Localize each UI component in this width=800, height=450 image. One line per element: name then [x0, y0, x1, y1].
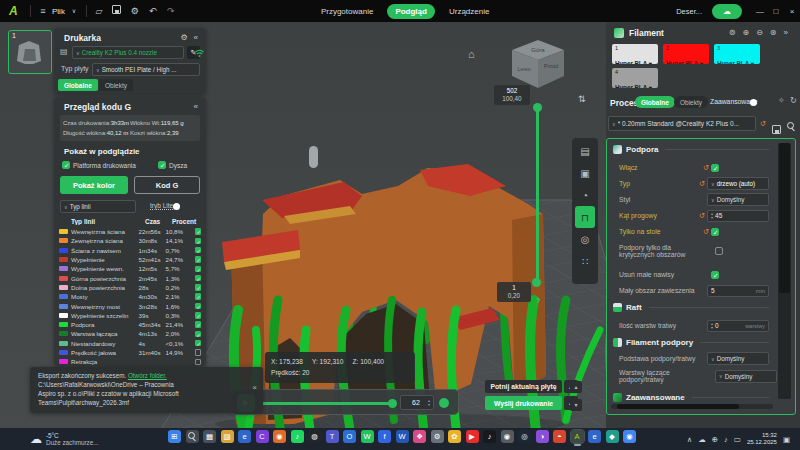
- taskbar-app-icon[interactable]: ▶: [466, 430, 479, 443]
- line-type-checkbox[interactable]: [195, 349, 202, 356]
- file-menu[interactable]: Plik: [52, 7, 65, 16]
- support-type-select[interactable]: ∨drzewo (auto): [707, 177, 769, 190]
- filament-slot[interactable]: 4 Hyper PLA ▾: [612, 68, 658, 88]
- line-type-checkbox[interactable]: [195, 228, 202, 235]
- minimize-button[interactable]: —: [752, 7, 768, 16]
- process-preset-select[interactable]: ∨* 0.20mm Standard @Creality K2 Plus 0..…: [608, 116, 756, 131]
- filament-slot[interactable]: 3 Hyper PLA ▾: [714, 44, 760, 64]
- settings-category-icon[interactable]: ▤: [575, 140, 595, 162]
- taskbar-app-icon[interactable]: ⚙: [431, 430, 444, 443]
- taskbar-app-icon[interactable]: W: [361, 430, 374, 443]
- taskbar-app-icon[interactable]: T: [326, 430, 339, 443]
- line-type-checkbox[interactable]: [195, 238, 202, 245]
- plate-type-select[interactable]: ∨Smooth PEI Plate / High ...: [92, 63, 200, 76]
- notification-center-icon[interactable]: ▣: [783, 435, 790, 444]
- undo-icon[interactable]: ↶: [144, 0, 162, 22]
- line-type-checkbox[interactable]: [195, 331, 202, 338]
- filament-slot[interactable]: 2 Hyper PLA ▾: [663, 44, 709, 64]
- taskbar-app-icon[interactable]: ◉: [273, 430, 286, 443]
- process-tab-objects[interactable]: Obiekty: [674, 96, 708, 108]
- taskbar-app-icon[interactable]: ✿: [448, 430, 461, 443]
- line-type-filter-select[interactable]: ∨Typ linii: [60, 200, 136, 213]
- support-enable-checkbox[interactable]: [711, 164, 719, 172]
- tray-icon[interactable]: ∧: [687, 435, 693, 444]
- line-type-checkbox[interactable]: [195, 340, 202, 347]
- tab-device[interactable]: Urządzenie: [441, 7, 497, 16]
- open-folder-icon[interactable]: ▱: [90, 0, 108, 22]
- taskbar-app-icon[interactable]: ♪: [291, 430, 304, 443]
- save-icon[interactable]: [108, 0, 126, 22]
- raft-layers-input[interactable]: ▴▾ 0 warstwy: [707, 320, 769, 332]
- taskbar-app-icon[interactable]: ◓: [553, 430, 566, 443]
- preset-save-icon[interactable]: [772, 120, 781, 138]
- line-type-checkbox[interactable]: [195, 247, 202, 254]
- step-value-input[interactable]: 62 ▴▾: [400, 395, 434, 410]
- settings-category-icon[interactable]: ▣: [575, 162, 595, 184]
- line-type-checkbox[interactable]: [195, 293, 202, 300]
- open-folder-link[interactable]: Otwórz folder.: [128, 372, 167, 379]
- tab-global[interactable]: Globalne: [58, 79, 98, 91]
- line-type-checkbox[interactable]: [195, 359, 202, 366]
- tab-preview[interactable]: Podgląd: [387, 4, 435, 19]
- home-view-icon[interactable]: ⌂: [468, 48, 475, 60]
- taskbar-app-icon[interactable]: A: [571, 430, 584, 443]
- weather-widget[interactable]: ☁ -5°CDuże zachmurze...: [30, 432, 99, 447]
- close-notification-icon[interactable]: ×: [252, 383, 257, 392]
- taskbar-app-icon[interactable]: e: [238, 430, 251, 443]
- layer-slider-bottom-handle[interactable]: [532, 278, 541, 287]
- threshold-angle-input[interactable]: ▴▾ 45: [707, 210, 769, 222]
- nozzle-checkbox-row[interactable]: Dysza: [158, 161, 187, 169]
- collapse-filament-icon[interactable]: »: [784, 28, 788, 37]
- printer-select[interactable]: ∨Creality K2 Plus 0.4 nozzle: [72, 46, 184, 59]
- gcode-button[interactable]: Kod G: [134, 176, 200, 194]
- taskbar-app-icon[interactable]: ◉: [501, 430, 514, 443]
- process-list-icon[interactable]: ⇅: [578, 94, 586, 104]
- filament-slot[interactable]: 1 Hyper PLA ▾: [612, 44, 658, 64]
- critical-only-checkbox[interactable]: [715, 247, 723, 255]
- collapse-panel-icon[interactable]: «: [194, 33, 198, 42]
- filament-edit-icon[interactable]: ⊚: [729, 28, 736, 37]
- taskbar-app-icon[interactable]: ▨: [221, 430, 234, 443]
- preset-reset-icon[interactable]: ↺: [758, 119, 768, 128]
- taskbar-app-icon[interactable]: ◍: [308, 430, 321, 443]
- tray-icon[interactable]: ☁: [698, 435, 706, 444]
- tray-icon[interactable]: ⊕: [712, 435, 718, 444]
- show-color-button[interactable]: Pokaż kolor: [60, 176, 128, 194]
- redo-icon[interactable]: ↷: [162, 0, 180, 22]
- on-plate-only-checkbox[interactable]: [711, 228, 719, 236]
- nozzle-checkbox[interactable]: [158, 161, 166, 169]
- step-mode-dot[interactable]: [439, 398, 449, 408]
- navigation-cube[interactable]: Góra Lewo Przód: [508, 38, 568, 92]
- filament-settings-icon[interactable]: ⊛: [770, 28, 777, 37]
- taskbar-app-icon[interactable]: ❖: [413, 430, 426, 443]
- reset-icon[interactable]: ↺: [697, 211, 707, 220]
- taskbar-app-icon[interactable]: ⊞: [168, 430, 181, 443]
- hamburger-icon[interactable]: ≡: [34, 0, 52, 22]
- taskbar-app-icon[interactable]: O: [343, 430, 356, 443]
- reset-icon[interactable]: ↺: [701, 163, 711, 172]
- reset-icon[interactable]: ↺: [701, 227, 711, 236]
- line-type-checkbox[interactable]: [195, 312, 202, 319]
- line-type-checkbox[interactable]: [195, 303, 202, 310]
- taskbar-app-icon[interactable]: ▦: [203, 430, 216, 443]
- slice-plate-button[interactable]: Potnij aktualną płytę: [485, 380, 562, 393]
- settings-gear-icon[interactable]: ⚙: [126, 0, 144, 22]
- add-filament-icon[interactable]: ⊕: [742, 28, 749, 37]
- taskbar-app-icon[interactable]: ◑: [536, 430, 549, 443]
- taskbar-app-icon[interactable]: ◎: [518, 430, 531, 443]
- layer-slider-track[interactable]: [536, 107, 539, 283]
- chevron-down-icon[interactable]: ∨: [65, 0, 83, 22]
- taskbar-app-icon[interactable]: C: [256, 430, 269, 443]
- settings-category-icon[interactable]: ∷: [575, 250, 595, 272]
- process-tab-global[interactable]: Globalne: [635, 96, 675, 108]
- cloud-upload-button[interactable]: ☁: [712, 4, 742, 19]
- line-type-checkbox[interactable]: [195, 256, 202, 263]
- platform-checkbox[interactable]: [62, 161, 70, 169]
- wand-icon[interactable]: ✧: [778, 96, 785, 105]
- support-base-select[interactable]: ∨Domyślny: [707, 352, 769, 365]
- line-type-checkbox[interactable]: [195, 284, 202, 291]
- object-list-item[interactable]: 1: [8, 30, 52, 74]
- viewport-down-button[interactable]: ▾: [570, 399, 582, 411]
- line-type-checkbox[interactable]: [195, 321, 202, 328]
- line-type-checkbox[interactable]: [195, 266, 202, 273]
